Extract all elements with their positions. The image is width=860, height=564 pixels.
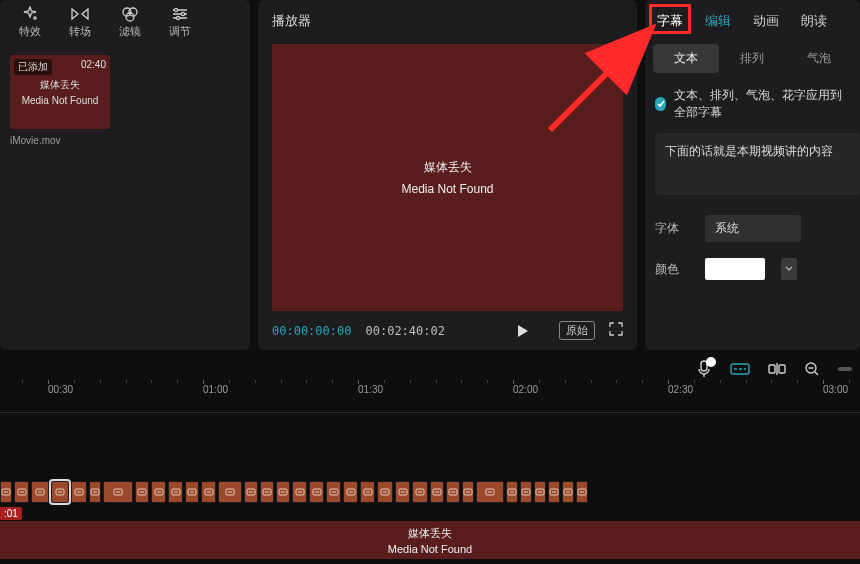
svg-point-6 [176, 16, 179, 19]
fullscreen-button[interactable] [609, 322, 623, 340]
subtitle-clip[interactable] [103, 481, 133, 503]
player-missing-en: Media Not Found [401, 182, 493, 196]
subtitle-clip[interactable] [462, 481, 474, 503]
subtitle-clip[interactable] [520, 481, 532, 503]
subtitle-clip[interactable] [185, 481, 199, 503]
subtitle-clip[interactable] [326, 481, 341, 503]
subtab-bubble[interactable]: 气泡 [786, 44, 852, 73]
tab-label: 转场 [69, 24, 91, 39]
font-select[interactable]: 系统 [705, 215, 801, 242]
player-viewport[interactable]: 媒体丢失 Media Not Found [272, 44, 623, 311]
timestamp-badge: :01 [0, 507, 22, 520]
subtitle-clip[interactable] [360, 481, 375, 503]
tab-adjust[interactable]: 调节 [160, 6, 200, 39]
ruler-tick: 01:30 [358, 384, 383, 395]
media-panel: 特效 转场 滤镜 调节 已添加 [0, 0, 250, 350]
subtitle-clip[interactable] [476, 481, 504, 503]
media-duration: 02:40 [81, 59, 106, 70]
ruler-tick: 01:00 [203, 384, 228, 395]
video-missing-en: Media Not Found [388, 543, 472, 555]
subtitle-clip[interactable] [292, 481, 307, 503]
subtitle-clip[interactable] [244, 481, 258, 503]
checkbox-checked-icon[interactable] [655, 97, 666, 111]
subtitle-clip[interactable] [576, 481, 588, 503]
player-panel: 播放器 媒体丢失 Media Not Found 00:00:00:00 00:… [258, 0, 637, 350]
play-button[interactable] [515, 324, 529, 338]
aspect-ratio-button[interactable]: 原始 [559, 321, 595, 340]
inspector-subtabs: 文本 排列 气泡 [645, 40, 860, 79]
svg-point-5 [181, 12, 184, 15]
timeline-toolbar [696, 360, 852, 378]
subtitle-clip[interactable] [201, 481, 216, 503]
color-swatch[interactable] [705, 258, 765, 280]
inspector-tab-read[interactable]: 朗读 [801, 12, 827, 30]
subtitle-clip[interactable] [168, 481, 183, 503]
tab-effects[interactable]: 特效 [10, 6, 50, 39]
subtitle-clip[interactable] [377, 481, 393, 503]
subtitle-text-field[interactable]: 下面的话就是本期视频讲的内容 [655, 133, 860, 195]
media-filename: iMovie.mov [10, 135, 110, 146]
subtitle-clip[interactable] [534, 481, 546, 503]
media-thumb[interactable]: 已添加 02:40 媒体丢失 Media Not Found iMovie.mo… [10, 55, 110, 146]
media-missing-en: Media Not Found [22, 95, 99, 106]
inspector-tab-subtitle[interactable]: 字幕 [657, 12, 683, 30]
tool-tab-strip: 特效 转场 滤镜 调节 [0, 0, 250, 45]
subtab-arrange[interactable]: 排列 [719, 44, 785, 73]
color-label: 颜色 [655, 261, 689, 278]
color-row: 颜色 [645, 250, 860, 288]
zoom-out-icon[interactable] [804, 361, 820, 377]
subtitle-clip[interactable] [446, 481, 460, 503]
tab-filter[interactable]: 滤镜 [110, 6, 150, 39]
subtitle-clip[interactable] [548, 481, 560, 503]
auto-caption-icon[interactable] [730, 361, 750, 377]
subtitle-text-value[interactable]: 下面的话就是本期视频讲的内容 [655, 133, 860, 195]
subtitle-clip[interactable] [276, 481, 290, 503]
subtitle-track[interactable] [0, 481, 588, 503]
ruler-tick: 00:30 [48, 384, 73, 395]
video-track-clip[interactable]: 媒体丢失 Media Not Found [0, 521, 860, 559]
svg-rect-11 [779, 365, 785, 373]
subtitle-clip[interactable] [309, 481, 324, 503]
timecode-duration: 00:02:40:02 [365, 324, 444, 338]
subtitle-clip[interactable] [218, 481, 242, 503]
inspector-tab-edit[interactable]: 编辑 [705, 12, 731, 30]
subtitle-clip[interactable] [151, 481, 166, 503]
subtab-text[interactable]: 文本 [653, 44, 719, 73]
subtitle-clip[interactable] [135, 481, 149, 503]
subtitle-clip[interactable] [506, 481, 518, 503]
svg-point-0 [34, 17, 36, 19]
timeline: 00:3001:0001:3002:0002:3003:00 :01 媒体丢失 … [0, 362, 860, 564]
inspector-panel: 字幕 编辑 动画 朗读 文本 排列 气泡 文本、排列、气泡、花字应用到全部字幕 … [645, 0, 860, 350]
subtitle-clip[interactable] [430, 481, 444, 503]
timeline-ruler[interactable]: 00:3001:0001:3002:0002:3003:00 [0, 384, 860, 406]
subtitle-clip[interactable] [562, 481, 574, 503]
timecode-current[interactable]: 00:00:00:00 [272, 324, 351, 338]
subtitle-clip[interactable] [395, 481, 410, 503]
subtitle-clip[interactable] [89, 481, 101, 503]
subtitle-clip[interactable] [260, 481, 274, 503]
svg-point-4 [174, 8, 177, 11]
subtitle-clip[interactable] [412, 481, 428, 503]
subtitle-clip[interactable] [51, 481, 69, 503]
media-list: 已添加 02:40 媒体丢失 Media Not Found iMovie.mo… [0, 45, 250, 156]
ruler-tick: 02:00 [513, 384, 538, 395]
zoom-slider[interactable] [838, 367, 852, 371]
tab-transition[interactable]: 转场 [60, 6, 100, 39]
apply-all-row[interactable]: 文本、排列、气泡、花字应用到全部字幕 [645, 79, 860, 133]
media-missing-cn: 媒体丢失 [40, 78, 80, 92]
subtitle-clip[interactable] [71, 481, 87, 503]
ruler-tick: 02:30 [668, 384, 693, 395]
color-dropdown-button[interactable] [781, 258, 797, 280]
subtitle-clip[interactable] [343, 481, 358, 503]
subtitle-clip[interactable] [0, 481, 12, 503]
split-icon[interactable] [768, 361, 786, 377]
subtitle-clip[interactable] [14, 481, 29, 503]
added-badge: 已添加 [14, 59, 52, 75]
video-missing-cn: 媒体丢失 [408, 526, 452, 541]
subtitle-clip[interactable] [31, 481, 49, 503]
svg-rect-10 [769, 365, 775, 373]
inspector-tab-anim[interactable]: 动画 [753, 12, 779, 30]
transition-icon [70, 6, 90, 22]
font-label: 字体 [655, 220, 689, 237]
tab-label: 调节 [169, 24, 191, 39]
